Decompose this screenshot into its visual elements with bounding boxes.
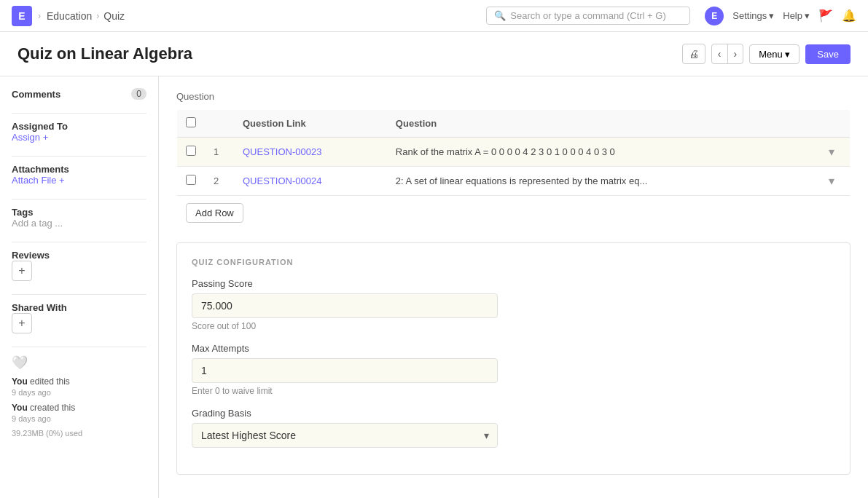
print-button[interactable]: 🖨 xyxy=(682,44,705,64)
sidebar-assigned-section: Assigned To Assign + xyxy=(12,121,146,143)
comments-header: Comments 0 xyxy=(12,88,146,100)
search-placeholder: Search or type a command (Ctrl + G) xyxy=(510,10,682,21)
feedback-icon[interactable]: 🚩 xyxy=(818,9,833,23)
settings-button[interactable]: Settings ▾ xyxy=(732,10,774,21)
next-button[interactable]: › xyxy=(728,44,743,63)
quiz-configuration: QUIZ CONFIGURATION Passing Score Score o… xyxy=(176,242,851,475)
row1-question: Rank of the matrix A = 0 0 0 0 4 2 3 0 1… xyxy=(387,138,814,167)
assign-link[interactable]: Assign + xyxy=(12,132,48,143)
sidebar-activity-section: 🤍 You edited this 9 days ago You created… xyxy=(12,355,146,438)
user-avatar: E xyxy=(705,7,724,25)
help-button[interactable]: Help ▾ xyxy=(783,10,810,21)
passing-score-hint: Score out of 100 xyxy=(192,321,835,331)
max-attempts-hint: Enter 0 to waive limit xyxy=(192,386,835,396)
add-shared-button[interactable]: + xyxy=(12,313,32,333)
grading-basis-label: Grading Basis xyxy=(192,408,835,419)
main-content: Question Question Link Question 1 QUESTI… xyxy=(159,76,868,498)
row1-action[interactable]: ▾ xyxy=(814,138,851,167)
heart-icon[interactable]: 🤍 xyxy=(12,355,28,370)
table-row: 2 QUESTION-00024 2: A set of linear equa… xyxy=(177,167,851,196)
main-layout: Comments 0 Assigned To Assign + Attachme… xyxy=(0,76,868,498)
storage-text: 39.23MB (0%) used xyxy=(12,429,146,438)
add-row-button[interactable]: Add Row xyxy=(186,203,243,223)
save-button[interactable]: Save xyxy=(805,44,851,64)
add-row-row: Add Row xyxy=(177,196,851,231)
passing-score-input[interactable] xyxy=(192,293,498,318)
row1-check xyxy=(177,138,206,167)
grading-basis-select[interactable]: Latest Highest Score Latest Score Highes… xyxy=(192,423,498,448)
nav-arrows: ‹ › xyxy=(711,44,743,64)
select-all-checkbox[interactable] xyxy=(186,117,196,127)
breadcrumb: Education › Quiz xyxy=(47,10,125,22)
max-attempts-label: Max Attempts xyxy=(192,343,835,354)
breadcrumb-quiz[interactable]: Quiz xyxy=(103,10,125,22)
sidebar: Comments 0 Assigned To Assign + Attachme… xyxy=(0,76,159,498)
top-navigation: E › Education › Quiz 🔍 Search or type a … xyxy=(0,0,868,32)
grading-basis-field: Grading Basis Latest Highest Score Lates… xyxy=(192,408,835,448)
add-review-button[interactable]: + xyxy=(12,261,32,281)
max-attempts-field: Max Attempts Enter 0 to waive limit xyxy=(192,343,835,396)
row2-check xyxy=(177,167,206,196)
grading-basis-wrapper: Latest Highest Score Latest Score Highes… xyxy=(192,423,498,448)
col-question: Question xyxy=(387,110,814,138)
table-row: 1 QUESTION-00023 Rank of the matrix A = … xyxy=(177,138,851,167)
sidebar-reviews-section: Reviews + xyxy=(12,250,146,281)
col-question-link: Question Link xyxy=(234,110,387,138)
sidebar-attachments-section: Attachments Attach File + xyxy=(12,164,146,186)
tags-placeholder: Add a tag ... xyxy=(12,218,63,229)
notifications-icon[interactable]: 🔔 xyxy=(842,9,856,23)
breadcrumb-sep-1: › xyxy=(38,11,41,21)
sidebar-shared-section: Shared With + xyxy=(12,302,146,333)
config-heading: QUIZ CONFIGURATION xyxy=(192,258,835,266)
reviews-label: Reviews xyxy=(12,250,146,261)
sidebar-comments-section: Comments 0 xyxy=(12,88,146,100)
row2-link[interactable]: QUESTION-00024 xyxy=(234,167,387,196)
tags-label: Tags xyxy=(12,207,146,218)
page-title: Quiz on Linear Algebra xyxy=(17,44,192,63)
prev-button[interactable]: ‹ xyxy=(712,44,728,63)
row2-action[interactable]: ▾ xyxy=(814,167,851,196)
breadcrumb-sep-2: › xyxy=(96,11,99,21)
breadcrumb-education[interactable]: Education xyxy=(47,10,92,22)
col-num xyxy=(205,110,234,138)
activity-created: You created this xyxy=(12,403,146,413)
question-table: Question Link Question 1 QUESTION-00023 … xyxy=(176,109,851,231)
search-bar[interactable]: 🔍 Search or type a command (Ctrl + G) xyxy=(486,7,690,25)
activity-created-time: 9 days ago xyxy=(12,414,146,423)
row1-link[interactable]: QUESTION-00023 xyxy=(234,138,387,167)
app-icon: E xyxy=(12,6,32,26)
question-section-label: Question xyxy=(176,91,851,102)
activity-edited-time: 9 days ago xyxy=(12,388,146,397)
sidebar-tags-section: Tags Add a tag ... xyxy=(12,207,146,229)
header-actions: 🖨 ‹ › Menu ▾ Save xyxy=(682,44,851,64)
menu-button[interactable]: Menu ▾ xyxy=(749,44,799,64)
comments-label: Comments xyxy=(12,89,60,100)
passing-score-field: Passing Score Score out of 100 xyxy=(192,278,835,331)
passing-score-label: Passing Score xyxy=(192,278,835,289)
shared-with-label: Shared With xyxy=(12,302,146,313)
col-action xyxy=(814,110,851,138)
nav-right: E Settings ▾ Help ▾ 🚩 🔔 xyxy=(705,7,856,25)
row1-checkbox[interactable] xyxy=(186,146,196,156)
attachments-label: Attachments xyxy=(12,164,146,175)
row2-question: 2: A set of linear equations is represen… xyxy=(387,167,814,196)
col-check xyxy=(177,110,206,138)
page-header: Quiz on Linear Algebra 🖨 ‹ › Menu ▾ Save xyxy=(0,32,868,76)
comments-count: 0 xyxy=(131,88,146,100)
activity-edited: You edited this xyxy=(12,376,146,387)
max-attempts-input[interactable] xyxy=(192,358,498,383)
search-icon: 🔍 xyxy=(494,10,506,21)
row1-num: 1 xyxy=(205,138,234,167)
row2-num: 2 xyxy=(205,167,234,196)
attach-link[interactable]: Attach File + xyxy=(12,175,65,186)
assigned-to-label: Assigned To xyxy=(12,121,146,132)
row2-checkbox[interactable] xyxy=(186,175,196,185)
